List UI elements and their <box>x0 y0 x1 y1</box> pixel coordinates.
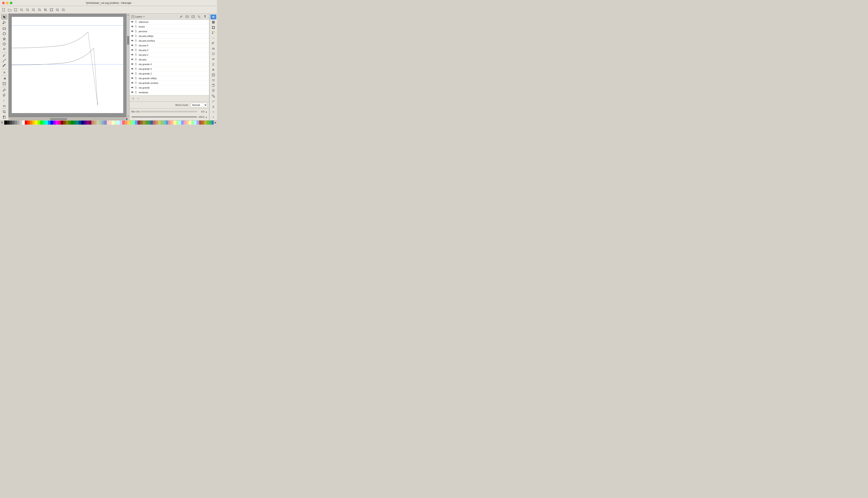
pencil-tool[interactable] <box>1 53 7 58</box>
tb-zoom-draw[interactable]: + <box>19 7 24 13</box>
color-swatch[interactable] <box>4 120 7 125</box>
lock-icon[interactable] <box>135 72 138 75</box>
layer-item-reference[interactable]: reference <box>130 19 209 24</box>
fr-objects-btn[interactable] <box>210 41 216 46</box>
vscroll-down[interactable]: ▼ <box>127 115 129 117</box>
color-scroll-right[interactable]: ▶ <box>214 120 217 125</box>
fr-xml-btn[interactable]: </> <box>210 109 216 114</box>
color-swatch[interactable] <box>33 120 35 125</box>
eraser-tool[interactable] <box>1 103 7 108</box>
color-swatch[interactable] <box>174 120 176 125</box>
color-swatch[interactable] <box>14 120 17 125</box>
color-swatch[interactable] <box>79 120 81 125</box>
add-layer-button[interactable]: + <box>131 96 135 101</box>
remove-layer-button[interactable]: − <box>136 96 140 101</box>
color-swatch[interactable] <box>155 120 158 125</box>
color-swatch[interactable] <box>68 120 71 125</box>
color-swatch[interactable] <box>153 120 155 125</box>
layers-tab[interactable]: Layers ✕ <box>131 15 145 18</box>
layer-item-ola-peq-sombra[interactable]: ola peq sombra <box>130 38 209 43</box>
color-swatch[interactable] <box>22 120 25 125</box>
tb-new[interactable] <box>1 7 7 13</box>
eye-icon[interactable] <box>131 58 134 61</box>
color-swatch[interactable] <box>30 120 33 125</box>
vscroll-track[interactable] <box>127 16 129 115</box>
vertical-scrollbar[interactable]: ▲ ▼ <box>126 14 129 117</box>
color-swatch[interactable] <box>63 120 66 125</box>
hscroll-thumb[interactable] <box>50 118 67 120</box>
lock-icon[interactable] <box>135 81 138 84</box>
layer-item-textos[interactable]: textos <box>130 24 209 29</box>
pen-tool[interactable] <box>1 58 7 63</box>
fr-fill-btn[interactable] <box>210 20 216 25</box>
lock-icon[interactable] <box>135 86 138 89</box>
fr-group-btn[interactable] <box>210 94 216 99</box>
color-swatch[interactable] <box>76 120 79 125</box>
color-swatch[interactable] <box>179 120 181 125</box>
fr-layers-btn[interactable] <box>210 46 216 51</box>
lock-icon[interactable] <box>135 77 138 80</box>
layer-item-ventanas[interactable]: ventanas <box>130 90 209 95</box>
color-swatch[interactable] <box>189 120 191 125</box>
tb-zoom-out[interactable] <box>31 7 36 13</box>
color-swatch[interactable] <box>114 120 117 125</box>
dropper-tool[interactable] <box>1 88 7 93</box>
color-swatch[interactable] <box>181 120 184 125</box>
color-swatch[interactable] <box>35 120 38 125</box>
blur-increment[interactable]: ▲ <box>205 110 207 113</box>
color-swatch[interactable] <box>140 120 143 125</box>
color-swatch[interactable] <box>104 120 107 125</box>
color-swatch[interactable] <box>58 120 61 125</box>
color-swatch[interactable] <box>53 120 55 125</box>
vscroll-up[interactable]: ▲ <box>127 14 129 16</box>
lock-icon[interactable] <box>135 49 138 52</box>
tb-zoom-page[interactable] <box>43 7 48 13</box>
color-swatch[interactable] <box>163 120 166 125</box>
fr-defs-btn[interactable] <box>210 51 216 56</box>
fr-linearity-btn[interactable] <box>210 78 216 82</box>
layer-item-ola-grande[interactable]: ola grande <box>130 86 209 90</box>
color-swatch[interactable] <box>17 120 20 125</box>
eye-icon[interactable] <box>131 77 134 80</box>
color-swatch[interactable] <box>168 120 171 125</box>
vscroll-thumb[interactable] <box>127 36 129 44</box>
layers-tab-close[interactable]: ✕ <box>143 15 145 18</box>
color-swatch[interactable] <box>45 120 48 125</box>
eye-icon[interactable] <box>131 91 134 94</box>
paint-tool[interactable] <box>1 93 7 98</box>
color-swatch[interactable] <box>130 120 132 125</box>
color-swatch[interactable] <box>127 120 130 125</box>
color-swatch[interactable] <box>194 120 196 125</box>
lock-icon[interactable] <box>135 53 138 56</box>
panel-icon-layers[interactable] <box>185 14 190 19</box>
tb-zoom-1[interactable]: 1 <box>37 7 42 13</box>
minimize-button[interactable] <box>6 2 9 4</box>
color-swatch[interactable] <box>202 120 204 125</box>
lock-icon[interactable] <box>135 35 138 38</box>
eye-icon[interactable] <box>131 87 134 89</box>
eye-icon[interactable] <box>131 72 134 75</box>
tb-open[interactable] <box>7 7 12 13</box>
color-swatch[interactable] <box>97 120 99 125</box>
color-swatch[interactable] <box>38 120 40 125</box>
color-swatch[interactable] <box>199 120 202 125</box>
color-swatch[interactable] <box>143 120 145 125</box>
color-swatch[interactable] <box>81 120 84 125</box>
eye-icon[interactable] <box>131 63 134 66</box>
color-swatch[interactable] <box>99 120 102 125</box>
fr-export-btn[interactable] <box>210 104 216 109</box>
opacity-increment[interactable]: ▲ <box>205 116 207 118</box>
color-swatch[interactable] <box>171 120 174 125</box>
color-swatch[interactable] <box>176 120 179 125</box>
color-swatch[interactable] <box>48 120 50 125</box>
tb-zoom-prev[interactable]: ◁ <box>55 7 60 13</box>
color-swatch[interactable] <box>158 120 161 125</box>
fr-swatches-btn[interactable] <box>210 30 216 35</box>
eye-icon[interactable] <box>131 25 134 28</box>
eye-icon[interactable] <box>131 82 134 84</box>
rect-tool[interactable] <box>1 26 7 31</box>
color-swatch[interactable] <box>84 120 86 125</box>
fr-text-btn[interactable]: A <box>210 67 216 72</box>
fr-grid-btn[interactable] <box>210 73 216 77</box>
layer-item-ola-grande-2[interactable]: ola grande 2 <box>130 71 209 76</box>
